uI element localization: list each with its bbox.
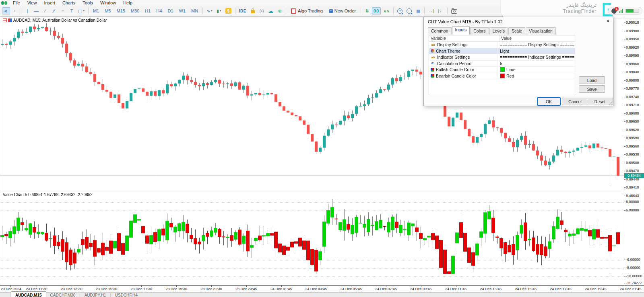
parameter-row[interactable]: abIndicator Settings=========== Indicato… [429,54,575,61]
dialog-resize-grip[interactable] [609,101,612,105]
parameter-row[interactable]: Bullish Candle ColorLime [429,67,575,73]
brand-text: تریدینگ فایندر TradingFinder [563,2,597,15]
parameter-row[interactable]: abDisplay Settings=========== Display Se… [429,42,575,48]
web-terminal-icon[interactable]: ⊚ [276,7,284,14]
status-pill: 1 [608,7,642,15]
price-axis-label: 0.90010 [626,20,639,25]
equidistant-channel-icon[interactable]: ∕∕ [50,7,58,14]
shapes-icon[interactable]: ▢▾ [76,7,86,14]
line-chart-type-icon[interactable]: ∿▾ [205,7,214,14]
auto-scroll-icon[interactable]: |← [436,7,445,14]
cloud-icon[interactable]: ☁ [266,7,275,14]
ok-button[interactable]: OK [537,97,561,106]
brand-name-farsi: تریدینگ فایندر [563,2,597,8]
save-button[interactable]: Save [579,85,605,93]
timeframe-m30-button[interactable]: M30 [128,7,142,14]
price-axis-label: 0.89620 [626,128,639,132]
parameter-row[interactable]: 01Calculation Period5 [429,61,575,67]
timeframe-w1-button[interactable]: W1 [176,7,188,14]
load-button[interactable]: Load [579,76,605,84]
mt5-window: FileViewInsertChartsToolsWindowHelp –▢✕ … [0,0,644,297]
chart-tab-usdchf-h4[interactable]: USDCHF,H4 [111,293,142,297]
indicator-axis-label: 9.48643 [626,194,639,198]
parameter-name: Indicator Settings [437,55,470,59]
text-label-icon[interactable]: T [68,7,76,14]
color-swatch [500,74,505,78]
chart-shift-icon[interactable]: →| [427,7,436,14]
trendline-icon[interactable]: ∕ [41,7,49,14]
network-bars-icon [619,9,623,13]
dialog-tab-common[interactable]: Common [428,27,452,35]
dialog-tab-inputs[interactable]: Inputs [452,26,470,35]
dialog-tab-colors[interactable]: Colors [470,27,489,35]
zoom-in-icon[interactable]: + [396,7,404,14]
menu-file[interactable]: File [9,0,24,6]
pause-bars-icon[interactable]: 00 [372,7,381,14]
menu-insert[interactable]: Insert [40,0,59,6]
candle-chart-type-icon[interactable]: ▮▾ [215,7,223,14]
dialog-tab-scale[interactable]: Scale [508,27,525,35]
crosshair-icon[interactable]: + [11,7,19,14]
cursor-icon[interactable]: ➤ [2,7,10,14]
notification-icon[interactable]: 1 [611,8,617,14]
algo-trading-button-label: Algo Trading [298,8,323,13]
parameter-row[interactable]: Bearish Candle ColorRed [429,73,575,80]
dropdown-caret-icon[interactable]: ▾ [211,9,213,12]
menu-view[interactable]: View [24,0,41,6]
horizontal-line-icon[interactable]: — [32,7,40,14]
column-header-variable: Variable [429,35,500,41]
menu-charts[interactable]: Charts [59,0,79,6]
value-chart-indicator-pane[interactable] [0,191,624,285]
fibonacci-icon[interactable]: ≡ [59,7,67,14]
timeframe-m1-button[interactable]: M1 [91,7,101,14]
color-parameter-icon [431,68,434,72]
metatrader-logo-icon [1,1,8,5]
timeframe-m15-button[interactable]: M15 [114,7,127,14]
chart-tab-audjpy-h1[interactable]: AUDJPY,H1 [80,293,110,297]
dialog-tab-levels[interactable]: Levels [489,27,508,35]
parameter-value: Light [500,49,509,53]
timeframe-h4-button[interactable]: H4 [154,7,164,14]
menu-tools[interactable]: Tools [79,0,97,6]
timeframe-d1-button[interactable]: D1 [165,7,175,14]
time-axis-label: 23 Dec 15:30 [89,287,125,291]
time-axis[interactable]: 23 Dec 202423 Dec 11:3023 Dec 13:3023 De… [0,285,644,292]
new-order-button[interactable]: New Order [326,7,359,14]
chart-window-icon[interactable] [3,18,7,22]
toolbar-separator [447,8,448,14]
time-axis-label: 23 Dec 11:30 [19,287,55,291]
toolbar-separator [286,8,286,14]
lock-icon[interactable] [249,7,257,14]
chart-tab-cadchf-m30[interactable]: CADCHF,M30 [46,293,80,297]
pane-divider[interactable] [0,191,644,191]
tile-windows-icon[interactable]: ▦ [414,7,422,14]
zigzag-icon[interactable]: ∧∨ [382,7,391,14]
symbol-icon[interactable] [8,18,12,22]
cancel-button[interactable]: Cancel [562,98,588,105]
timeframe-h1-button[interactable]: H1 [142,7,153,14]
dialog-close-icon[interactable]: ✕ [606,18,610,24]
timeframe-m5-button[interactable]: M5 [102,7,113,14]
ab-parameter-icon: ab [431,55,436,59]
menu-help[interactable]: Help [120,0,136,6]
dropdown-caret-icon[interactable]: ▾ [220,9,221,12]
signal-icon[interactable]: (•) [258,7,266,14]
dropdown-caret-icon[interactable]: ▾ [83,9,85,12]
zoom-out-icon[interactable]: − [405,7,413,14]
timeframe-mn-button[interactable]: MN [189,7,200,14]
order-icon [329,9,333,13]
price-axis[interactable]: 0.900100.899800.899500.899200.898900.898… [624,16,644,292]
chart-tab-audcad-m15[interactable]: AUDCAD,M15 [11,291,46,297]
screenshot-camera-icon[interactable] [450,7,459,14]
vertical-line-icon[interactable]: | [23,7,31,14]
tick-arrows-icon[interactable]: ⇅ [363,7,371,14]
parameter-value: Red [506,74,514,78]
price-axis-label: 0.89920 [626,45,639,49]
metaeditor-ide-icon[interactable]: IDE [237,7,248,14]
parameter-row[interactable]: Chart ThemeLight [429,48,575,55]
dialog-tab-visualization[interactable]: Visualization [526,27,556,35]
algo-trading-button[interactable]: Algo Trading [288,7,326,14]
menu-window[interactable]: Window [97,0,120,6]
dollar-icon[interactable]: $ [224,7,233,14]
parameter-name: Bullish Candle Color [436,67,474,72]
